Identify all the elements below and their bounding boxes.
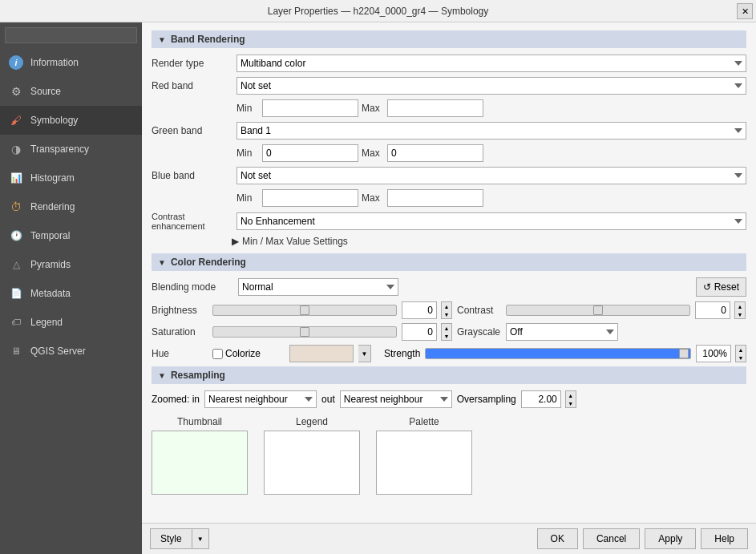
help-button[interactable]: Help <box>701 528 748 549</box>
strength-up[interactable]: ▲ <box>736 346 746 354</box>
saturation-slider[interactable] <box>212 326 397 338</box>
resampling-row: Zoomed: in Nearest neighbourBilinearCubi… <box>152 390 746 408</box>
sidebar-label-metadata: Metadata <box>30 288 71 299</box>
green-band-select[interactable]: Not setBand 1Band 2Band 3 <box>237 122 746 140</box>
colorize-checkbox[interactable] <box>212 349 223 359</box>
sidebar-item-metadata[interactable]: 📄 Metadata <box>0 279 142 308</box>
style-button[interactable]: Style <box>150 528 192 549</box>
sidebar-item-histogram[interactable]: 📊 Histogram <box>0 164 142 192</box>
reset-button[interactable]: ↺ Reset <box>696 277 746 297</box>
colorize-checkbox-container: Colorize <box>212 348 285 359</box>
sidebar-label-qgis-server: QGIS Server <box>30 346 86 357</box>
strength-spinner[interactable]: ▲ ▼ <box>735 345 746 362</box>
blending-mode-row: Blending mode NormalMultiplyScreenOverla… <box>152 277 746 297</box>
red-max-input[interactable] <box>387 99 483 117</box>
apply-button[interactable]: Apply <box>645 528 696 549</box>
strength-slider[interactable] <box>425 348 691 359</box>
brightness-spinner[interactable]: ▲ ▼ <box>441 301 452 319</box>
saturation-input[interactable] <box>402 323 437 341</box>
minmax-link[interactable]: ▶ Min / Max Value Settings <box>152 236 746 247</box>
sidebar-label-legend: Legend <box>30 317 63 328</box>
resampling-arrow: ▼ <box>158 371 166 380</box>
brightness-up[interactable]: ▲ <box>442 302 451 310</box>
blending-mode-label: Blending mode <box>152 281 232 293</box>
metadata-icon: 📄 <box>8 285 24 301</box>
contrast-input[interactable] <box>695 301 730 319</box>
sidebar-label-histogram: Histogram <box>30 172 75 184</box>
close-button[interactable]: ✕ <box>737 3 753 19</box>
legend-icon: 🏷 <box>8 314 24 330</box>
oversampling-up[interactable]: ▲ <box>566 391 576 399</box>
saturation-spinner[interactable]: ▲ ▼ <box>441 323 452 341</box>
temporal-icon: 🕐 <box>8 228 24 244</box>
red-band-select[interactable]: Not setBand 1Band 2Band 3 <box>237 77 746 95</box>
contrast-spinner[interactable]: ▲ ▼ <box>734 301 746 319</box>
hue-row: Hue Colorize ▼ Strength ▲ ▼ <box>152 345 746 362</box>
sidebar-item-qgis-server[interactable]: 🖥 QGIS Server <box>0 337 142 366</box>
sidebar-item-rendering[interactable]: ⏱ Rendering <box>0 192 142 221</box>
brightness-input[interactable] <box>402 301 437 319</box>
brightness-down[interactable]: ▼ <box>442 310 451 318</box>
contrast-enhancement-row: Contrast enhancement No EnhancementStret… <box>152 212 746 231</box>
render-type-select[interactable]: Multiband colorSingleband grayPaletted/U… <box>237 55 746 72</box>
contrast-up[interactable]: ▲ <box>735 302 745 310</box>
strength-input[interactable] <box>696 345 731 362</box>
saturation-down[interactable]: ▼ <box>442 332 451 340</box>
search-input[interactable] <box>5 27 137 43</box>
green-min-input[interactable] <box>262 144 358 162</box>
contrast-slider[interactable] <box>506 305 690 316</box>
zoomed-in-label: Zoomed: in <box>152 394 200 405</box>
ok-button[interactable]: OK <box>537 528 578 549</box>
colorize-color-dropdown[interactable]: ▼ <box>358 345 371 362</box>
saturation-grayscale-row: Saturation ▲ ▼ Grayscale OffBy Lightness… <box>152 323 746 341</box>
saturation-label: Saturation <box>152 326 208 338</box>
sidebar-item-pyramids[interactable]: △ Pyramids <box>0 250 142 279</box>
sidebar-item-legend[interactable]: 🏷 Legend <box>0 308 142 337</box>
blending-mode-select[interactable]: NormalMultiplyScreenOverlayDarkenLighten <box>238 278 398 296</box>
green-minmax-row: Min Max <box>152 144 746 162</box>
green-max-input[interactable] <box>387 144 483 162</box>
scroll-content[interactable]: ▼ Band Rendering Render type Multiband c… <box>142 22 756 523</box>
sidebar-item-source[interactable]: ⚙ Source <box>0 77 142 106</box>
colorize-color-swatch[interactable] <box>289 345 354 362</box>
render-type-row: Render type Multiband colorSingleband gr… <box>152 55 746 72</box>
blue-band-label: Blue band <box>152 170 232 181</box>
minmax-link-text: Min / Max Value Settings <box>242 236 348 247</box>
strength-down[interactable]: ▼ <box>736 354 746 362</box>
brightness-slider[interactable] <box>212 305 397 316</box>
style-dropdown-arrow[interactable]: ▼ <box>192 528 209 549</box>
sidebar-item-transparency[interactable]: ◑ Transparency <box>0 135 142 164</box>
color-rendering-header[interactable]: ▼ Color Rendering <box>152 253 746 271</box>
cancel-button[interactable]: Cancel <box>583 528 640 549</box>
zoomed-out-select[interactable]: Nearest neighbourBilinearCubicCubic Spli… <box>340 390 452 408</box>
zoomed-in-select[interactable]: Nearest neighbourBilinearCubicCubic Spli… <box>204 390 317 408</box>
contrast-enhancement-select[interactable]: No EnhancementStretch to MinMaxStretch a… <box>237 212 746 230</box>
oversampling-down[interactable]: ▼ <box>566 399 576 407</box>
saturation-up[interactable]: ▲ <box>442 324 451 332</box>
band-rendering-header[interactable]: ▼ Band Rendering <box>152 30 746 48</box>
sidebar-item-information[interactable]: i Information <box>0 48 142 77</box>
hue-label: Hue <box>152 348 208 359</box>
contrast-enhancement-label: Contrast enhancement <box>152 212 232 231</box>
legend-label: Legend <box>296 416 328 427</box>
red-max-label: Max <box>362 103 384 114</box>
contrast-down[interactable]: ▼ <box>735 310 745 318</box>
red-min-input[interactable] <box>262 99 358 117</box>
sidebar-label-source: Source <box>30 86 61 97</box>
oversampling-input[interactable] <box>521 390 561 408</box>
green-band-label: Green band <box>152 125 232 136</box>
thumbnail-item: Thumbnail <box>152 416 248 495</box>
blue-max-input[interactable] <box>387 189 483 207</box>
blue-band-select[interactable]: Not setBand 1Band 2Band 3 <box>237 167 746 184</box>
grayscale-label: Grayscale <box>457 326 501 338</box>
blue-min-input[interactable] <box>262 189 358 207</box>
sidebar-item-symbology[interactable]: 🖌 Symbology <box>0 106 142 135</box>
oversampling-spinner[interactable]: ▲ ▼ <box>565 390 576 408</box>
sidebar: i Information ⚙ Source 🖌 Symbology ◑ Tra… <box>0 22 142 554</box>
resampling-header[interactable]: ▼ Resampling <box>152 366 746 384</box>
green-min-label: Min <box>237 148 259 159</box>
sidebar-label-pyramids: Pyramids <box>30 259 71 270</box>
sidebar-item-temporal[interactable]: 🕐 Temporal <box>0 221 142 250</box>
grayscale-select[interactable]: OffBy LightnessBy LuminosityBy Average <box>506 323 618 341</box>
sidebar-search-bar <box>0 22 142 48</box>
